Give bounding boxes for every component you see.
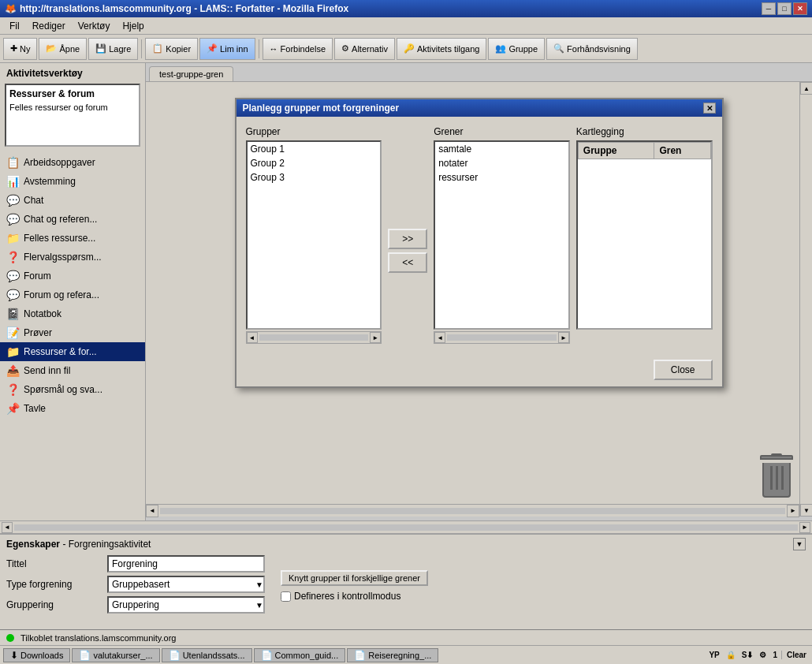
menu-verktoey[interactable]: Verktøy — [72, 19, 117, 33]
status-indicator — [6, 634, 14, 642]
knytt-grupper-button[interactable]: Knytt grupper til forskjellige grener — [281, 570, 428, 586]
gruppe-button[interactable]: 👥 Gruppe — [488, 38, 545, 60]
properties-subtitle: - Forgreningsaktivitet — [62, 539, 151, 550]
minimize-button[interactable]: ─ — [762, 2, 776, 15]
utenlandssats-tab-icon: 📄 — [169, 650, 181, 661]
sidebar-item-sporsmal-og-sva[interactable]: ❓ Spørsmål og sva... — [0, 380, 145, 399]
branches-scroll-right[interactable]: ► — [558, 332, 569, 343]
tab-strip: ⬇ Downloads 📄 valutakurser_... 📄 Utenlan… — [3, 648, 703, 662]
branch-item-2[interactable]: notater — [435, 156, 568, 170]
taskbar-tab-utenlandssats[interactable]: 📄 Utenlandssats... — [162, 648, 252, 662]
sidebar-item-ressurser-for[interactable]: 📁 Ressurser & for... — [0, 342, 145, 361]
modal-title-bar: Planlegg grupper mot forgreninger ✕ — [237, 99, 722, 117]
lagre-icon: 💾 — [95, 43, 106, 54]
chat-icon: 💬 — [6, 194, 19, 207]
groups-listbox[interactable]: Group 1 Group 2 Group 3 — [246, 140, 382, 330]
taskbar-tab-common-guid[interactable]: 📄 Common_guid... — [254, 648, 346, 662]
branch-item-1[interactable]: samtale — [435, 142, 568, 156]
clear-label[interactable]: Clear — [781, 651, 809, 659]
taskbar-tab-downloads[interactable]: ⬇ Downloads — [3, 648, 70, 662]
add-mapping-button[interactable]: >> — [388, 229, 427, 249]
grouping-label: Gruppering — [6, 599, 101, 610]
sidebar-item-flervalgssporsm[interactable]: ❓ Flervalgsspørsm... — [0, 248, 145, 267]
kopier-button[interactable]: 📋 Kopier — [145, 38, 198, 60]
aktivitets-icon: 🔑 — [404, 43, 415, 54]
lagre-button[interactable]: 💾 Lagre — [88, 38, 138, 60]
modal-title: Planlegg grupper mot forgreninger — [243, 103, 400, 114]
lim-inn-icon: 📌 — [207, 43, 218, 54]
group-item-1[interactable]: Group 1 — [248, 142, 381, 156]
properties-title-area: Egenskaper - Forgreningsaktivitet — [6, 539, 151, 550]
branches-h-scrollbar[interactable]: ◄ ► — [434, 331, 570, 344]
group-item-3[interactable]: Group 3 — [248, 170, 381, 185]
common-guid-tab-icon: 📄 — [261, 650, 273, 661]
menu-hjelp[interactable]: Hjelp — [116, 19, 150, 33]
bottom-scroll-track — [14, 524, 798, 531]
forbindelse-button[interactable]: ↔ Forbindelse — [263, 38, 333, 60]
sidebar-item-tavle[interactable]: 📌 Tavle — [0, 399, 145, 418]
remove-mapping-button[interactable]: << — [388, 252, 427, 273]
sidebar-item-send-inn-fil[interactable]: 📤 Send inn fil — [0, 361, 145, 380]
ny-button[interactable]: ✚ Ny — [3, 38, 37, 60]
branches-scroll-left[interactable]: ◄ — [434, 332, 445, 343]
tittel-input[interactable] — [107, 555, 265, 573]
taskbar-tab-reiseregning[interactable]: 📄 Reiseregning_... — [347, 648, 438, 662]
apne-button[interactable]: 📂 Åpne — [39, 38, 87, 60]
kontrollmodus-checkbox[interactable] — [281, 591, 291, 602]
branch-item-3[interactable]: ressurser — [435, 170, 568, 185]
downloads-tab-icon: ⬇ — [10, 650, 18, 661]
groups-h-scrollbar[interactable]: ◄ ► — [246, 331, 382, 344]
close-window-button[interactable]: ✕ — [793, 2, 807, 15]
bottom-h-scrollbar[interactable]: ◄ ► — [0, 520, 812, 533]
proever-icon: 📝 — [6, 326, 19, 339]
forhandsvisning-icon: 🔍 — [553, 43, 564, 54]
grouping-select[interactable]: Gruppering — [107, 596, 265, 614]
bottom-scroll-right[interactable]: ► — [799, 522, 810, 533]
properties-collapse-button[interactable]: ▼ — [793, 538, 806, 550]
grouping-row: Gruppering Gruppering ▼ — [6, 596, 265, 614]
modal-overlay: Planlegg grupper mot forgreninger ✕ Grup… — [146, 82, 812, 517]
sidebar-item-chat[interactable]: 💬 Chat — [0, 191, 145, 210]
sidebar-item-forum-og-refera[interactable]: 💬 Forum og refera... — [0, 285, 145, 304]
branches-listbox[interactable]: samtale notater ressurser — [434, 140, 570, 330]
sidebar-item-felles-ressurse[interactable]: 📁 Felles ressurse... — [0, 229, 145, 248]
ny-icon: ✚ — [10, 43, 17, 54]
groups-scroll-left[interactable]: ◄ — [247, 332, 258, 343]
mapping-empty-row — [578, 159, 710, 317]
aktivitets-tilgang-button[interactable]: 🔑 Aktivitets tilgang — [397, 38, 486, 60]
groups-scroll-right[interactable]: ► — [370, 332, 381, 343]
taskbar-tab-valutakurser[interactable]: 📄 valutakurser_... — [72, 648, 159, 662]
reiseregning-tab-icon: 📄 — [354, 650, 366, 661]
tab-test-gruppe-gren[interactable]: test-gruppe-gren — [149, 66, 233, 81]
lim-inn-button[interactable]: 📌 Lim inn — [199, 38, 255, 60]
forbindelse-icon: ↔ — [270, 44, 278, 54]
systray-yp[interactable]: YP — [706, 651, 721, 659]
type-select[interactable]: Gruppebasert Tilfeldig Valgfri — [107, 576, 265, 593]
systray-s[interactable]: S⬇ — [739, 651, 756, 659]
systray-lock[interactable]: 🔒 — [724, 651, 738, 659]
sidebar-item-arbeidsoppgaver[interactable]: 📋 Arbeidsoppgaver — [0, 153, 145, 172]
alternativ-button[interactable]: ⚙ Alternativ — [334, 38, 395, 60]
systray-1[interactable]: 1 — [770, 651, 780, 659]
sidebar-item-notatbok[interactable]: 📓 Notatbok — [0, 304, 145, 323]
forhandsvisning-button[interactable]: 🔍 Forhåndsvisning — [546, 38, 638, 60]
sidebar-item-chat-og-referen[interactable]: 💬 Chat og referen... — [0, 210, 145, 229]
mapping-column: Kartlegging Gruppe Gren — [576, 126, 713, 344]
sidebar-item-avstemming[interactable]: 📊 Avstemming — [0, 172, 145, 191]
modal-close-icon-button[interactable]: ✕ — [703, 103, 716, 114]
group-item-2[interactable]: Group 2 — [248, 156, 381, 170]
sidebar-item-forum[interactable]: 💬 Forum — [0, 267, 145, 285]
modal-close-button[interactable]: Close — [654, 360, 713, 380]
chat-referen-icon: 💬 — [6, 213, 19, 226]
firefox-logo: 🦊 — [5, 3, 17, 14]
section-title: Ressurser & forum — [6, 85, 139, 103]
toolbar: ✚ Ny 📂 Åpne 💾 Lagre 📋 Kopier 📌 Lim inn ↔… — [0, 35, 812, 63]
maximize-button[interactable]: □ — [777, 2, 792, 15]
valutakurser-tab-icon: 📄 — [79, 650, 91, 661]
menu-rediger[interactable]: Rediger — [26, 19, 72, 33]
systray-gear[interactable]: ⚙ — [757, 651, 769, 659]
sidebar-item-proever[interactable]: 📝 Prøver — [0, 323, 145, 342]
bottom-scroll-left[interactable]: ◄ — [2, 522, 13, 533]
menu-fil[interactable]: Fil — [3, 19, 26, 33]
title-bar: 🦊 http://translations.lamscommunity.org … — [0, 0, 812, 17]
